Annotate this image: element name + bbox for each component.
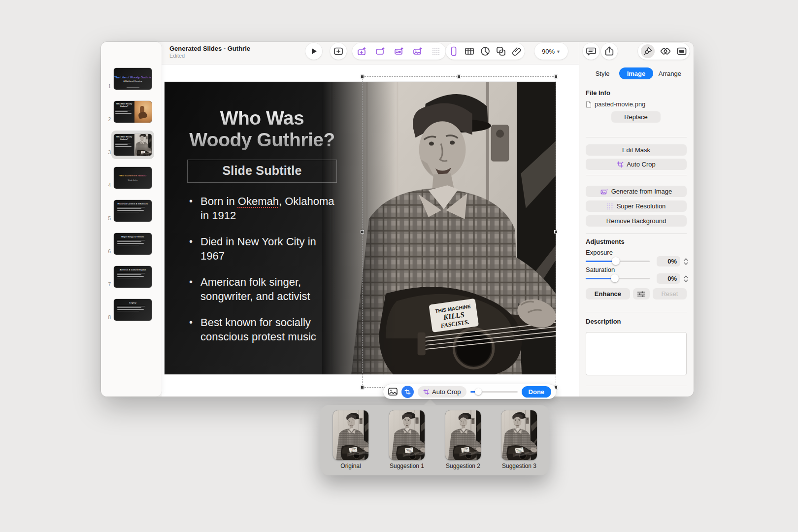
thumb-text-column: Who Was Woody Guthrie?	[114, 101, 134, 123]
inspector-tabs: Style Image Arrange	[586, 67, 687, 79]
thumb-bar	[115, 110, 131, 110]
tab-image[interactable]: Image	[619, 67, 653, 79]
thumb-title: Major Songs & Themes	[117, 235, 148, 238]
slide-thumbnail-row: 5Historical Context & Influences	[101, 200, 162, 222]
text-box-button[interactable]	[448, 46, 459, 57]
super-resolution-button[interactable]: Super Resolution	[586, 200, 687, 212]
suggestion-thumbnail[interactable]	[501, 410, 537, 460]
generate-layout-button[interactable]	[394, 46, 404, 57]
exposure-slider[interactable]	[586, 257, 650, 265]
thumb-bar	[115, 146, 132, 146]
magic-import-icon	[356, 46, 367, 57]
slide-text-block[interactable]: Who Was Woody Guthrie? Slide Subtitle	[179, 107, 345, 183]
enhance-button[interactable]: Enhance	[586, 288, 630, 299]
panel-notch	[424, 399, 436, 405]
crop-zoom-slider[interactable]	[470, 388, 518, 395]
replace-button[interactable]: Replace	[611, 111, 661, 123]
suggestion-card[interactable]: Original	[333, 410, 368, 470]
slide-thumbnail[interactable]: Major Songs & Themes	[114, 233, 152, 255]
table-button[interactable]	[464, 46, 475, 57]
thumb-bullet-bars	[117, 306, 148, 311]
attach-button[interactable]	[511, 46, 522, 57]
divider	[586, 312, 687, 312]
slide-thumbnail-list: 1The Life of Woody GuthrieA High-Level O…	[101, 68, 162, 321]
saturation-stepper[interactable]	[683, 273, 689, 284]
thumb-bar	[115, 144, 128, 145]
generate-image-button[interactable]	[412, 46, 423, 57]
super-resolution-toolbar-button[interactable]	[431, 46, 442, 57]
slide-subtitle: Slide Subtitle	[222, 164, 301, 177]
generate-from-image-icon	[600, 188, 608, 195]
insert-objects-group	[446, 43, 525, 60]
slide-thumbnail[interactable]: Who Was Woody Guthrie?	[114, 101, 152, 123]
suggestion-card[interactable]: Suggestion 3	[501, 410, 537, 470]
remove-background-button[interactable]: Remove Background	[586, 215, 687, 227]
slide-thumbnail[interactable]: Legacy	[114, 299, 152, 321]
auto-crop-icon	[423, 389, 430, 395]
slide-subtitle-box[interactable]: Slide Subtitle	[187, 160, 337, 183]
divider	[586, 137, 687, 137]
auto-crop-pill-button[interactable]: Auto Crop	[418, 386, 466, 398]
image-mode-icon[interactable]	[388, 388, 398, 396]
slide-thumbnail[interactable]: The Life of Woody GuthrieA High-Level Ov…	[114, 68, 152, 90]
slide-thumbnail[interactable]: Historical Context & Influences	[114, 200, 152, 222]
thumb-quote-layout: “This machine kills fascists”Woody Guthr…	[114, 167, 152, 189]
saturation-slider[interactable]	[586, 274, 650, 282]
suggestion-thumbnail[interactable]	[333, 410, 368, 460]
stepper-down-icon	[684, 262, 688, 265]
exposure-value[interactable]: 0%	[657, 256, 680, 266]
chart-icon	[480, 46, 491, 57]
chevron-down-icon: ▼	[556, 49, 561, 54]
thumb-bar	[115, 115, 127, 115]
slide-thumbnail-row: 8Legacy	[101, 299, 162, 321]
suggestion-thumbnail[interactable]	[389, 410, 425, 460]
suggestion-label: Suggestion 1	[390, 463, 424, 469]
reset-button[interactable]: Reset	[653, 288, 687, 299]
add-slide-icon	[333, 46, 344, 57]
chart-button[interactable]	[480, 46, 491, 57]
auto-crop-icon	[617, 161, 624, 168]
bullet-marker: •	[189, 275, 193, 303]
suggestion-thumbnail[interactable]	[445, 410, 481, 460]
magic-import-button[interactable]	[356, 46, 367, 57]
exposure-label: Exposure	[586, 249, 613, 256]
tab-arrange[interactable]: Arrange	[653, 67, 687, 79]
saturation-value[interactable]: 0%	[657, 273, 680, 284]
shapes-button[interactable]	[496, 46, 506, 57]
crop-mode-button[interactable]	[401, 386, 414, 398]
exposure-stepper[interactable]	[683, 256, 689, 266]
slide-number: 7	[101, 282, 114, 288]
file-name-row: pasted-movie.png	[586, 100, 645, 108]
divider	[586, 386, 687, 386]
zoom-dropdown[interactable]: 90% ▼	[534, 43, 568, 60]
suggestion-card[interactable]: Suggestion 2	[445, 410, 481, 470]
suggestion-label: Original	[340, 463, 361, 469]
thumb-subtitle: A High-Level Overview	[124, 80, 142, 82]
done-button[interactable]: Done	[522, 386, 552, 398]
thumb-footer-bar	[127, 87, 139, 88]
current-slide[interactable]: Who Was Woody Guthrie? Slide Subtitle •B…	[165, 82, 556, 374]
tab-style[interactable]: Style	[586, 67, 619, 79]
play-button[interactable]	[305, 43, 322, 60]
adjust-settings-button[interactable]	[633, 288, 650, 299]
slide-thumbnail-preview: The Life of Woody GuthrieA High-Level Ov…	[114, 68, 152, 90]
auto-crop-button[interactable]: Auto Crop	[586, 159, 687, 170]
generate-slide-button[interactable]	[375, 46, 386, 57]
bullet-list[interactable]: •Born in Okemah, Oklahoma in 1912•Died i…	[189, 194, 337, 344]
slide-thumbnail-row: 3Who Was Woody Guthrie?	[101, 134, 162, 156]
bullet-marker: •	[189, 234, 193, 263]
thumb-bar	[115, 148, 127, 148]
misspelled-word: Okemah	[238, 195, 279, 207]
slide-thumbnail[interactable]: Who Was Woody Guthrie?	[114, 134, 152, 156]
thumb-bullets-layout: Activism & Cultural Impact	[114, 266, 152, 288]
description-textarea[interactable]	[586, 332, 687, 375]
add-slide-button[interactable]	[330, 43, 347, 60]
bullet-marker: •	[189, 194, 193, 223]
slide-thumbnail[interactable]: Activism & Cultural Impact	[114, 266, 152, 288]
edit-mask-button[interactable]: Edit Mask	[586, 144, 687, 156]
suggestion-card[interactable]: Suggestion 1	[389, 410, 425, 470]
format-inspector: Style Image Arrange File Info pasted-mov…	[579, 42, 694, 397]
thumb-bullet-bars	[115, 143, 133, 148]
slide-thumbnail[interactable]: “This machine kills fascists”Woody Guthr…	[114, 167, 152, 189]
generate-from-image-button[interactable]: Generate from Image	[586, 186, 687, 197]
